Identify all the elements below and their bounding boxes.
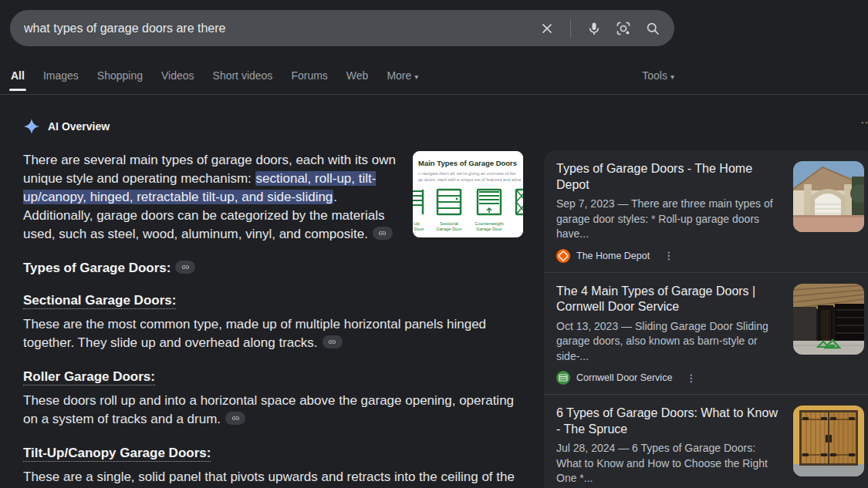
tab-all[interactable]: All (11, 59, 25, 93)
link-icon (231, 414, 240, 422)
citation-link-chip[interactable] (373, 227, 393, 240)
svg-text:Sectional: Sectional (440, 221, 458, 226)
ai-overview-intro: There are several main types of garage d… (23, 151, 400, 244)
ai-overview-header: AI Overview (23, 116, 523, 137)
searchbar-divider (570, 19, 571, 38)
sources-panel: Types of Garage Doors - The Home Depot S… (544, 150, 868, 488)
result-type-tabs: All Images Shopping Videos Short videos … (11, 59, 674, 94)
svg-text:ge doors, each with a unique s: ge doors, each with a unique set of feat… (418, 177, 522, 182)
result-title[interactable]: Types of Garage Doors - The Home Depot (556, 161, 778, 193)
svg-text:Garage Door: Garage Door (476, 227, 502, 231)
section-heading-roller: Roller Garage Doors: (23, 369, 523, 385)
svg-text:Main Types of Garage Doors: Main Types of Garage Doors (418, 159, 517, 167)
search-input[interactable] (24, 22, 538, 35)
tab-shopping[interactable]: Shopping (97, 59, 143, 93)
tab-forums[interactable]: Forums (291, 59, 327, 93)
citation-link-chip[interactable] (225, 412, 245, 425)
clear-icon[interactable] (538, 19, 556, 38)
link-icon (378, 229, 387, 237)
result-snippet: Oct 13, 2023 — Sliding Garage Door Slidi… (556, 319, 778, 365)
citation-link-chip[interactable] (323, 335, 343, 348)
result-snippet: Sep 7, 2023 — There are three main types… (556, 197, 778, 242)
modern-garage-photo (793, 284, 864, 355)
section-body-sectional: These are the most common type, made up … (23, 315, 523, 352)
section-heading-tiltup: Tilt-Up/Canopy Garage Doors: (23, 446, 523, 461)
source-name: The Home Depot (576, 251, 650, 261)
svg-text:ll Up: ll Up (413, 221, 420, 226)
tab-images[interactable]: Images (43, 59, 79, 93)
chevron-down-icon: ▾ (670, 72, 674, 81)
section-body-tiltup: These are a single, solid panel that piv… (23, 468, 523, 488)
result-title[interactable]: The 4 Main Types of Garage Doors | Cornw… (556, 284, 778, 315)
section-body-roller: These doors roll up and into a horizonta… (23, 392, 523, 429)
header-divider (0, 94, 868, 95)
tab-web[interactable]: Web (346, 59, 369, 93)
tools-button[interactable]: Tools▾ (642, 59, 674, 93)
result-title[interactable]: 6 Types of Garage Doors: What to Know - … (556, 406, 778, 437)
cornwell-favicon (556, 371, 570, 385)
definition-link[interactable]: Tilt-Up/Canopy Garage Doors: (23, 446, 211, 462)
chevron-down-icon: ▾ (414, 72, 418, 81)
ai-overview-sections: Types of Garage Doors: Sectional Garage … (23, 261, 523, 488)
link-icon (181, 263, 190, 271)
ai-overview-thumbnail[interactable]: Main Types of Garage Doors u navigate th… (413, 151, 523, 237)
result-menu-dots[interactable]: ⋮ (664, 250, 674, 261)
ai-overview-label: AI Overview (48, 120, 110, 133)
svg-text:Garage Door: Garage Door (436, 227, 462, 231)
svg-text:u navigate them all, we're giv: u navigate them all, we're giving an ove… (418, 171, 515, 176)
ai-sparkle-icon (23, 118, 40, 135)
section-heading-types: Types of Garage Doors: (23, 261, 523, 276)
ai-overview-menu-dots[interactable]: ⋮ (863, 117, 868, 129)
svg-text:ge Door: ge Door (413, 227, 424, 231)
section-heading-sectional: Sectional Garage Doors: (23, 293, 523, 308)
link-icon (328, 338, 336, 346)
definition-link[interactable]: Sectional Garage Doors: (23, 293, 176, 309)
result-thumbnail[interactable] (793, 161, 864, 232)
citation-link-chip[interactable] (175, 261, 195, 274)
house-garage-photo (793, 161, 864, 232)
google-search-results-page: All Images Shopping Videos Short videos … (0, 0, 868, 488)
tab-more[interactable]: More▾ (387, 59, 418, 93)
result-thumbnail[interactable] (793, 406, 864, 476)
definition-link[interactable]: Roller Garage Doors: (23, 369, 155, 385)
lens-camera-icon[interactable] (614, 19, 633, 38)
garage-doors-infographic: Main Types of Garage Doors u navigate th… (413, 151, 523, 237)
search-bar[interactable] (10, 10, 674, 46)
result-snippet: Jul 28, 2024 — 6 Types of Garage Doors: … (556, 441, 778, 486)
tab-videos[interactable]: Videos (161, 59, 194, 93)
voice-search-icon[interactable] (585, 19, 603, 38)
search-submit-icon[interactable] (643, 19, 662, 38)
result-menu-dots[interactable]: ⋮ (686, 372, 696, 384)
source-name: Cornwell Door Service (576, 372, 672, 383)
svg-text:Counterweight: Counterweight (475, 221, 504, 226)
source-card-home-depot[interactable]: Types of Garage Doors - The Home Depot S… (544, 150, 868, 272)
source-card-cornwell[interactable]: The 4 Main Types of Garage Doors | Cornw… (544, 272, 868, 395)
result-thumbnail[interactable] (793, 284, 864, 355)
wooden-doors-photo (793, 406, 864, 476)
source-card-spruce[interactable]: 6 Types of Garage Doors: What to Know - … (544, 394, 868, 488)
tab-short-videos[interactable]: Short videos (213, 59, 273, 93)
home-depot-favicon (556, 249, 570, 263)
ai-overview-block: AI Overview There are several main types… (23, 116, 523, 488)
